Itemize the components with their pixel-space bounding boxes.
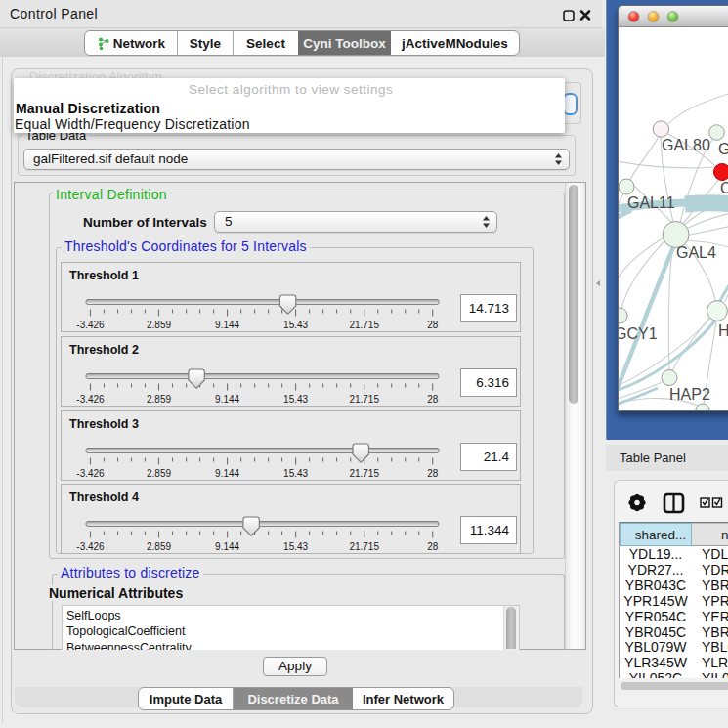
svg-text:9.144: 9.144 bbox=[215, 467, 239, 478]
svg-text:15.43: 15.43 bbox=[283, 393, 308, 404]
svg-text:28: 28 bbox=[427, 319, 439, 329]
svg-text:9.144: 9.144 bbox=[215, 319, 239, 329]
svg-text:2.859: 2.859 bbox=[147, 393, 171, 404]
svg-text:GCY1: GCY1 bbox=[619, 325, 658, 342]
svg-text:2.859: 2.859 bbox=[147, 467, 171, 478]
svg-text:9.144: 9.144 bbox=[215, 541, 239, 552]
svg-text:C: C bbox=[720, 180, 728, 196]
svg-text:-3.426: -3.426 bbox=[76, 541, 105, 552]
svg-text:28: 28 bbox=[427, 541, 439, 552]
svg-text:28: 28 bbox=[427, 467, 439, 478]
svg-text:9.144: 9.144 bbox=[215, 393, 239, 404]
svg-text:GAL80: GAL80 bbox=[662, 137, 710, 153]
svg-text:H: H bbox=[718, 322, 728, 339]
svg-text:2.859: 2.859 bbox=[147, 319, 171, 329]
svg-text:-3.426: -3.426 bbox=[76, 319, 105, 329]
svg-text:HAP2: HAP2 bbox=[669, 386, 710, 403]
svg-text:-3.426: -3.426 bbox=[76, 467, 105, 478]
svg-text:15.43: 15.43 bbox=[283, 541, 308, 552]
svg-text:GAL4: GAL4 bbox=[676, 244, 716, 261]
svg-text:21.715: 21.715 bbox=[349, 393, 379, 404]
svg-text:2.859: 2.859 bbox=[147, 541, 171, 552]
svg-text:-3.426: -3.426 bbox=[76, 393, 105, 404]
svg-text:G.: G. bbox=[718, 141, 728, 157]
svg-text:28: 28 bbox=[427, 393, 439, 404]
svg-text:GAL11: GAL11 bbox=[627, 194, 675, 211]
svg-text:21.715: 21.715 bbox=[349, 319, 379, 329]
svg-text:15.43: 15.43 bbox=[283, 467, 308, 478]
svg-text:21.715: 21.715 bbox=[349, 467, 379, 478]
svg-text:15.43: 15.43 bbox=[283, 319, 308, 329]
svg-text:21.715: 21.715 bbox=[349, 541, 379, 552]
